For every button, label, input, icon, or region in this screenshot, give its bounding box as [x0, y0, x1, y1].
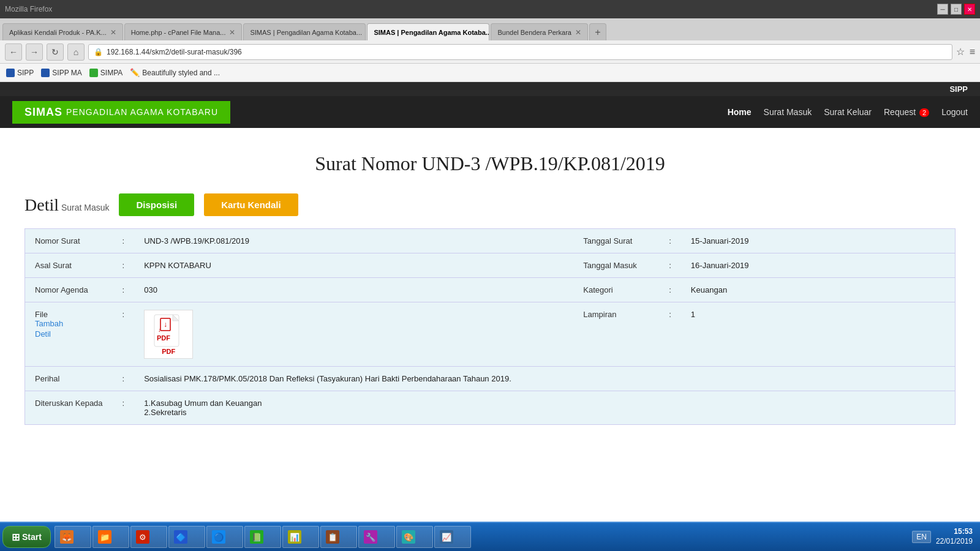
menu-icon[interactable]: ≡ [970, 47, 975, 58]
tab-1[interactable]: Home.php - cPanel File Mana... ✕ [124, 23, 243, 40]
bookmark-pencil-icon: ✏️ [130, 68, 140, 77]
value-tanggal-masuk: 16-Januari-2019 [681, 253, 956, 278]
request-badge: 2 [919, 108, 929, 117]
bookmark-beautifully[interactable]: ✏️ Beautifully styled and ... [130, 68, 220, 77]
sep-3: : [113, 278, 135, 302]
title-bar: Mozilla Firefox ─ □ ✕ [0, 0, 980, 18]
file-tambah-link[interactable]: Tambah [35, 319, 103, 328]
bookmark-sipp-icon [6, 69, 15, 77]
value-perihal: Sosialisasi PMK.178/PMK.05/2018 Dan Refl… [134, 367, 955, 391]
diteruskan-item-2: 2.Sekretaris [144, 408, 945, 417]
browser-window: Mozilla Firefox ─ □ ✕ Aplikasi Kendali P… [0, 0, 980, 437]
table-row-nomor-surat: Nomor Surat : UND-3 /WPB.19/KP.081/2019 … [25, 229, 956, 253]
nav-home[interactable]: Home [728, 107, 752, 117]
new-tab-button[interactable]: + [589, 23, 606, 40]
bookmark-simpa[interactable]: SIMPA [89, 69, 123, 77]
detail-table: Nomor Surat : UND-3 /WPB.19/KP.081/2019 … [24, 228, 956, 425]
tab-4[interactable]: Bundel Bendera Perkara ✕ [491, 23, 587, 40]
bookmark-sipp[interactable]: SIPP [6, 69, 34, 77]
label-kategori: Kategori [573, 278, 659, 302]
disposisi-button[interactable]: Disposisi [119, 193, 194, 216]
label-perihal: Perihal [25, 367, 113, 391]
pdf-icon: ↓ PDF ↓ [153, 313, 184, 348]
window-controls: ─ □ ✕ [937, 4, 975, 15]
tab-close-4[interactable]: ✕ [575, 28, 581, 37]
nav-surat-keluar[interactable]: Surat Keluar [824, 107, 872, 117]
page-content: Surat Nomor UND-3 /WPB.19/KP.081/2019 De… [0, 128, 980, 437]
label-tanggal-masuk: Tanggal Masuk [573, 253, 659, 278]
detil-title-group: Detil Surat Masuk [24, 195, 109, 215]
table-row-nomor-agenda: Nomor Agenda : 030 Kategori : Keuangan [25, 278, 956, 302]
tab-close-1[interactable]: ✕ [229, 28, 235, 37]
sep-5: : [113, 367, 135, 391]
nav-bar: ← → ↻ ⌂ 🔒 192.168.1.44/skm2/detil-surat-… [0, 40, 980, 64]
value-kategori: Keuangan [681, 278, 956, 302]
label-file: File Tambah Detil [25, 302, 113, 367]
brand: SIMAS PENGADILAN AGAMA KOTABARU [12, 101, 230, 124]
table-row-file: File Tambah Detil : [25, 302, 956, 367]
value-lampiran: 1 [681, 302, 956, 367]
file-links: Tambah Detil [35, 319, 103, 339]
pdf-icon-container[interactable]: ↓ PDF ↓ PDF [144, 310, 193, 359]
bookmark-sipp-ma-icon [41, 69, 50, 77]
value-tanggal-surat: 15-Januari-2019 [681, 229, 956, 253]
address-text: 192.168.1.44/skm2/detil-surat-masuk/396 [107, 48, 242, 56]
tab-close-0[interactable]: ✕ [110, 28, 116, 37]
bookmark-sipp-ma[interactable]: SIPP MA [41, 69, 81, 77]
sep-3b: : [659, 278, 681, 302]
address-bar[interactable]: 🔒 192.168.1.44/skm2/detil-surat-masuk/39… [88, 44, 952, 60]
svg-text:PDF: PDF [157, 334, 170, 342]
nav-icons: ☆ ≡ [956, 46, 975, 58]
table-row-diteruskan: Diteruskan Kepada : 1.Kasubag Umum dan K… [25, 391, 956, 425]
close-button[interactable]: ✕ [964, 4, 975, 15]
label-nomor-surat: Nomor Surat [25, 229, 113, 253]
forward-button[interactable]: → [26, 43, 43, 61]
home-button[interactable]: ⌂ [67, 43, 85, 61]
main-navbar: SIMAS PENGADILAN AGAMA KOTABARU Home Sur… [0, 96, 980, 128]
refresh-button[interactable]: ↻ [47, 43, 64, 61]
back-button[interactable]: ← [5, 43, 22, 61]
nav-surat-masuk[interactable]: Surat Masuk [764, 107, 812, 117]
label-tanggal-surat: Tanggal Surat [573, 229, 659, 253]
value-file: ↓ PDF ↓ PDF [134, 302, 573, 367]
value-asal-surat: KPPN KOTABARU [134, 253, 573, 278]
detil-header: Detil Surat Masuk Disposisi Kartu Kendal… [24, 193, 956, 216]
bookmark-icon[interactable]: ☆ [956, 46, 965, 58]
kartu-kendali-button[interactable]: Kartu Kendali [204, 193, 298, 216]
brand-name: PENGADILAN AGAMA KOTABARU [66, 107, 218, 117]
table-row-asal-surat: Asal Surat : KPPN KOTABARU Tanggal Masuk… [25, 253, 956, 278]
nav-request[interactable]: Request 2 [884, 107, 929, 117]
value-diteruskan: 1.Kasubag Umum dan Keuangan 2.Sekretaris [134, 391, 955, 425]
brand-simas: SIMAS [24, 106, 62, 119]
sipp-topbar: SIPP [0, 82, 980, 96]
value-nomor-agenda: 030 [134, 278, 573, 302]
sep-4b: : [659, 302, 681, 367]
bookmarks-bar: SIPP SIPP MA SIMPA ✏️ Beautifully styled… [0, 64, 980, 82]
sep-2: : [113, 253, 135, 278]
table-row-perihal: Perihal : Sosialisasi PMK.178/PMK.05/201… [25, 367, 956, 391]
detil-sub-label: Surat Masuk [61, 203, 110, 212]
tab-bar: Aplikasi Kendali Produk - PA.K... ✕ Home… [0, 18, 980, 40]
file-detil-link[interactable]: Detil [35, 329, 103, 339]
nav-logout[interactable]: Logout [941, 107, 968, 117]
label-lampiran: Lampiran [573, 302, 659, 367]
browser-title: Mozilla Firefox [5, 5, 52, 13]
sep-2b: : [659, 253, 681, 278]
pdf-label: PDF [162, 348, 175, 355]
detil-main-label: Detil [24, 195, 59, 214]
sep-1: : [113, 229, 135, 253]
label-nomor-agenda: Nomor Agenda [25, 278, 113, 302]
sep-4: : [113, 302, 135, 367]
lock-icon: 🔒 [94, 48, 103, 56]
maximize-button[interactable]: □ [951, 4, 962, 15]
tab-0[interactable]: Aplikasi Kendali Produk - PA.K... ✕ [2, 23, 123, 40]
tab-3[interactable]: SIMAS | Pengadilan Agama Kotaba... ✕ [367, 23, 489, 40]
tab-2[interactable]: SIMAS | Pengadilan Agama Kotaba... ✕ [243, 23, 366, 40]
sep-6: : [113, 391, 135, 425]
minimize-button[interactable]: ─ [937, 4, 948, 15]
value-nomor-surat: UND-3 /WPB.19/KP.081/2019 [134, 229, 573, 253]
bookmark-simpa-icon [89, 69, 98, 77]
diteruskan-item-1: 1.Kasubag Umum dan Keuangan [144, 399, 945, 408]
sipp-label: SIPP [949, 84, 968, 94]
title-bar-left: Mozilla Firefox [5, 5, 52, 13]
